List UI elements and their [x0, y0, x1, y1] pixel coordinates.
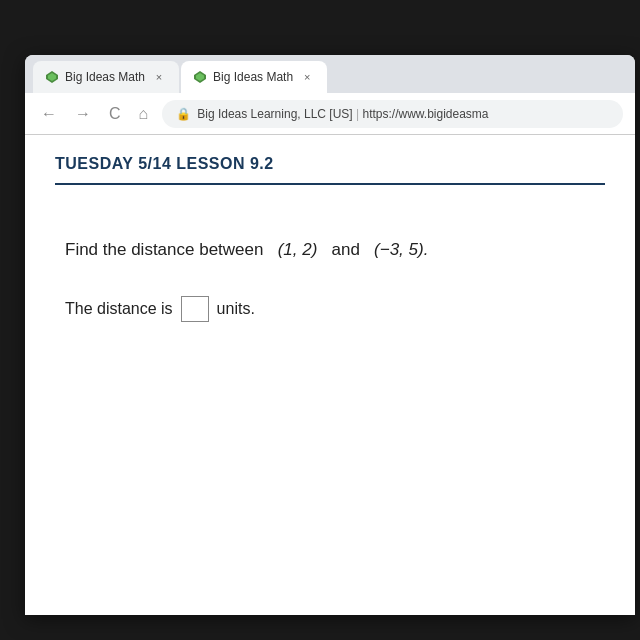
and-text: and — [332, 240, 360, 259]
tab-2-close[interactable]: × — [299, 69, 315, 85]
point1: (1, 2) — [278, 240, 318, 259]
browser-window: Big Ideas Math × Big Ideas Math × ← → C … — [25, 55, 635, 615]
answer-line: The distance is units. — [65, 296, 595, 322]
back-button[interactable]: ← — [37, 103, 61, 125]
address-input-container[interactable]: 🔒 Big Ideas Learning, LLC [US] | https:/… — [162, 100, 623, 128]
tab-2-favicon — [193, 70, 207, 84]
answer-box[interactable] — [181, 296, 209, 322]
forward-button[interactable]: → — [71, 103, 95, 125]
problem-section: Find the distance between (1, 2) and (−3… — [55, 215, 605, 342]
refresh-button[interactable]: C — [105, 103, 125, 125]
answer-post: units. — [217, 300, 255, 318]
tab-1-favicon — [45, 70, 59, 84]
problem-text: Find the distance between (1, 2) and (−3… — [65, 235, 595, 266]
tab-1-close[interactable]: × — [151, 69, 167, 85]
tab-2-title: Big Ideas Math — [213, 70, 293, 84]
home-button[interactable]: ⌂ — [135, 103, 153, 125]
tab-bar: Big Ideas Math × Big Ideas Math × — [25, 55, 635, 93]
tab-1[interactable]: Big Ideas Math × — [33, 61, 179, 93]
lesson-title: TUESDAY 5/14 LESSON 9.2 — [55, 155, 605, 185]
tab-2[interactable]: Big Ideas Math × — [181, 61, 327, 93]
page-content: TUESDAY 5/14 LESSON 9.2 Find the distanc… — [25, 135, 635, 615]
lock-icon: 🔒 — [176, 107, 191, 121]
secure-label: Big Ideas Learning, LLC [US] | https://w… — [197, 107, 609, 121]
problem-text-pre: Find the distance between — [65, 240, 263, 259]
tab-1-title: Big Ideas Math — [65, 70, 145, 84]
address-bar: ← → C ⌂ 🔒 Big Ideas Learning, LLC [US] |… — [25, 93, 635, 135]
point2: (−3, 5). — [374, 240, 428, 259]
answer-pre: The distance is — [65, 300, 173, 318]
